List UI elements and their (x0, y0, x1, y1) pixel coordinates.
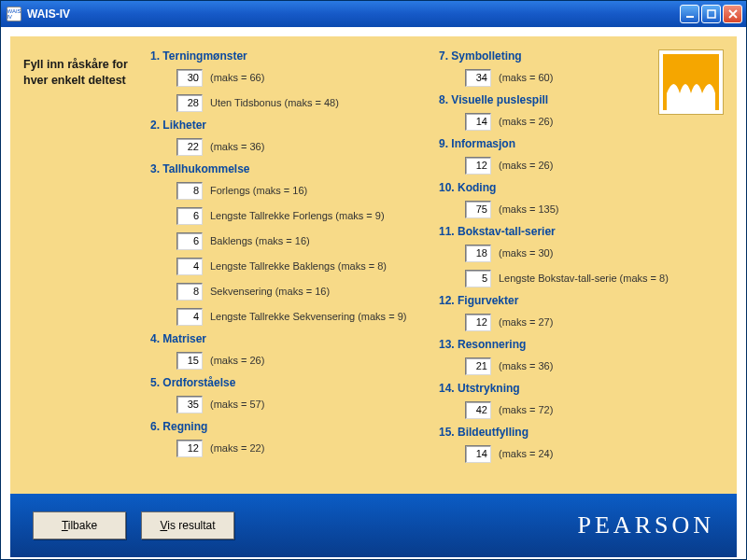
app-window: WAIS IV WAIS-IV Fyll inn råskåre for hve… (0, 0, 747, 560)
subtest-section: 14. Utstrykning(maks = 72) (439, 382, 718, 420)
score-row: (maks = 30) (465, 243, 718, 263)
back-button[interactable]: Tilbake (33, 511, 126, 539)
subtest-title: 10. Koding (439, 181, 718, 194)
score-row: (maks = 135) (465, 199, 718, 219)
subtest-title: 3. Tallhukommelse (150, 162, 430, 175)
subtest-section: 3. TallhukommelseForlengs (maks = 16)Len… (150, 162, 430, 327)
score-row: (maks = 72) (465, 399, 718, 420)
logo-icon (658, 49, 724, 115)
score-description: (maks = 22) (210, 442, 264, 454)
score-row: (maks = 22) (176, 438, 430, 458)
score-row: Lengste Tallrekke Baklengs (maks = 8) (176, 256, 430, 276)
score-description: Uten Tidsbonus (maks = 48) (210, 97, 339, 108)
score-input[interactable] (465, 113, 491, 131)
instruction-text: Fyll inn råskåre for hver enkelt deltest (10, 36, 150, 494)
subtest-section: 13. Resonnering(maks = 36) (439, 338, 718, 376)
score-description: Sekvensering (maks = 16) (210, 286, 330, 297)
score-input[interactable] (176, 182, 203, 200)
form-columns: 1. Terningmønster(maks = 66)Uten Tidsbon… (150, 36, 737, 494)
content-area: Fyll inn råskåre for hver enkelt deltest… (1, 27, 746, 559)
score-input[interactable] (465, 201, 491, 218)
score-row: (maks = 66) (176, 67, 430, 88)
subtest-section: 6. Regning(maks = 22) (150, 420, 430, 458)
subtest-section: 9. Informasjon(maks = 26) (439, 137, 718, 175)
subtest-section: 11. Bokstav-tall-serier(maks = 30)Lengst… (439, 225, 718, 288)
subtest-section: 5. Ordforståelse(maks = 57) (150, 376, 430, 414)
score-input[interactable] (465, 245, 491, 262)
score-row: (maks = 26) (176, 350, 430, 371)
score-input[interactable] (465, 314, 491, 331)
score-description: (maks = 57) (210, 399, 264, 410)
subtest-section: 10. Koding(maks = 135) (439, 181, 718, 219)
subtest-section: 4. Matriser(maks = 26) (150, 332, 430, 371)
score-description: (maks = 72) (499, 404, 553, 415)
score-description: Lengste Bokstav-tall-serie (maks = 8) (499, 273, 669, 284)
titlebar[interactable]: WAIS IV WAIS-IV (1, 1, 746, 27)
score-input[interactable] (176, 94, 203, 112)
score-description: (maks = 66) (210, 72, 264, 83)
score-description: (maks = 26) (499, 160, 553, 171)
score-description: (maks = 36) (210, 141, 264, 152)
left-column: 1. Terningmønster(maks = 66)Uten Tidsbon… (150, 49, 439, 484)
subtest-section: 12. Figurvekter(maks = 27) (439, 294, 718, 332)
score-row: (maks = 36) (176, 136, 430, 157)
subtest-title: 13. Resonnering (439, 338, 718, 351)
footer-bar: Tilbake Vis resultat PEARSON (10, 494, 737, 557)
score-row: (maks = 26) (465, 155, 718, 175)
subtest-title: 15. Bildeutfylling (439, 426, 718, 439)
score-row: Uten Tidsbonus (maks = 48) (176, 92, 430, 113)
score-description: (maks = 60) (499, 72, 553, 83)
score-input[interactable] (176, 440, 203, 457)
subtest-title: 5. Ordforståelse (150, 376, 430, 389)
svg-rect-1 (708, 10, 715, 18)
score-description: (maks = 36) (499, 360, 553, 371)
score-description: (maks = 26) (499, 116, 553, 127)
score-input[interactable] (465, 270, 491, 287)
score-description: (maks = 26) (210, 355, 264, 366)
score-input[interactable] (465, 445, 491, 463)
score-input[interactable] (176, 138, 203, 156)
maximize-button[interactable] (701, 5, 721, 23)
show-result-label: is resultat (167, 519, 215, 532)
score-description: Lengste Tallrekke Forlengs (maks = 9) (210, 210, 385, 221)
subtest-title: 4. Matriser (150, 332, 430, 345)
score-row: Lengste Tallrekke Sekvensering (maks = 9… (176, 306, 430, 327)
subtest-title: 2. Likheter (150, 119, 430, 132)
score-row: (maks = 57) (176, 394, 430, 414)
minimize-button[interactable] (680, 5, 699, 23)
subtest-section: 15. Bildeutfylling(maks = 24) (439, 426, 718, 464)
score-input[interactable] (465, 69, 491, 87)
score-description: (maks = 27) (499, 316, 553, 328)
score-input[interactable] (176, 69, 203, 87)
back-button-label: ilbake (68, 519, 97, 532)
subtest-title: 12. Figurvekter (439, 294, 718, 307)
score-input[interactable] (176, 207, 203, 225)
score-row: Lengste Tallrekke Forlengs (maks = 9) (176, 205, 430, 226)
score-input[interactable] (176, 396, 203, 413)
score-description: (maks = 135) (499, 203, 559, 215)
subtest-section: 1. Terningmønster(maks = 66)Uten Tidsbon… (150, 49, 430, 113)
subtest-title: 14. Utstrykning (439, 382, 718, 395)
score-description: Baklengs (maks = 16) (210, 235, 310, 246)
score-input[interactable] (176, 283, 203, 301)
score-input[interactable] (465, 357, 491, 375)
main-panel: Fyll inn råskåre for hver enkelt deltest… (10, 36, 737, 494)
score-row: (maks = 36) (465, 356, 718, 376)
app-icon: WAIS IV (7, 7, 21, 21)
subtest-title: 1. Terningmønster (150, 49, 430, 63)
score-input[interactable] (176, 352, 203, 370)
score-row: (maks = 27) (465, 312, 718, 332)
score-input[interactable] (465, 157, 491, 175)
score-row: (maks = 24) (465, 443, 718, 464)
score-input[interactable] (465, 401, 491, 419)
score-input[interactable] (176, 232, 203, 250)
show-result-button[interactable]: Vis resultat (141, 511, 234, 539)
score-description: Lengste Tallrekke Sekvensering (maks = 9… (210, 311, 406, 322)
subtest-title: 11. Bokstav-tall-serier (439, 225, 718, 238)
score-input[interactable] (176, 258, 203, 275)
subtest-section: 2. Likheter(maks = 36) (150, 119, 430, 157)
score-input[interactable] (176, 308, 203, 326)
score-description: Forlengs (maks = 16) (210, 185, 307, 196)
score-row: Sekvensering (maks = 16) (176, 281, 430, 301)
close-button[interactable] (723, 5, 742, 23)
